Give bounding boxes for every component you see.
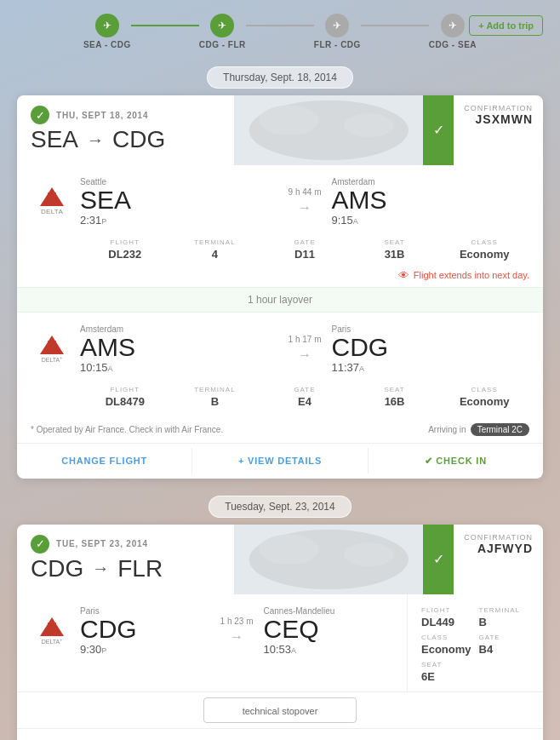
step-label-4: CDG - SEA [429,40,477,49]
card1-confirmation: CONFIRMATION JSXMWN [454,95,543,165]
svg-point-2 [343,113,393,137]
card1-f1-details: FLIGHT DL232 TERMINAL 4 GATE D11 SEAT 31… [66,238,543,269]
terminal-badge: Terminal 2C [471,423,529,436]
card2-route-to: FLR [117,555,163,582]
card2-airline1-name: DELTA+ [42,637,62,645]
card1-f2-arrival: Paris CDG 11:37A [331,324,529,374]
check-in-button[interactable]: ✔ CHECK IN [369,444,543,479]
card1-f1-departure: Seattle SEA 2:31P [73,177,278,227]
card2-checkmark: ✓ [433,551,444,567]
svg-point-1 [259,106,318,135]
card1-flight2-row: DELTA+ Amsterdam AMS 10:15A 1 h 17 m → P… [17,313,543,386]
nav-step-sea-cdg[interactable]: ✈ SEA - CDG [83,14,131,49]
nav-line-3 [361,25,429,26]
step-label-1: SEA - CDG [83,40,131,49]
card1-f1-arr-code: AMS [331,187,529,213]
date-pill-1: Thursday, Sept. 18, 2014 [0,66,560,89]
card2-check-icon: ✓ [31,535,49,554]
card2-date-label: TUE, SEPT 23, 2014 [56,539,148,548]
step-label-3: FLR - CDG [314,40,361,49]
card2-conf-code: AJFWYD [464,542,533,555]
card2-f1-arr-code: CEQ [263,617,393,642]
card1-f2-arr-code: CDG [331,335,529,360]
card2-f1-section: DELTA+ Paris CDG 9:30P 1 h 23 m → Cannes… [17,594,543,691]
nav-step-flr-cdg[interactable]: ✈ FLR - CDG [314,14,361,49]
card1-f1-dep-code: SEA [80,187,278,213]
date-pill-2: Tuesday, Sept. 23, 2014 [0,496,560,518]
step-label-2: CDG - FLR [199,40,246,49]
card1-header-main: ✓ THU, SEPT 18, 2014 SEA → CDG [17,95,234,165]
card1-note-row: * Operated by Air France. Check in with … [17,416,543,443]
card2-confirmation: CONFIRMATION AJFWYD [454,525,543,594]
svg-point-5 [343,542,393,566]
step-icon-2: ✈ [210,14,234,37]
top-navigation: ✈ SEA - CDG ✈ CDG - FLR ✈ FLR - CDG ✈ CD… [0,0,560,56]
nav-step-cdg-flr[interactable]: ✈ CDG - FLR [199,14,246,49]
card1-warning: 👁 Flight extends into next day. [17,269,543,287]
card2-route-arrow: → [92,559,109,578]
card1-airline2-logo: DELTA+ [31,336,73,363]
card2-flight2-row: DELTA+ Cannes-Mandelieu CEQ 11:00A 2 h 5… [17,729,543,740]
card1-f1-dep-time: 2:31P [80,214,278,227]
card1-flight1-row: DELTA Seattle SEA 2:31P 9 h 44 m → Amste… [17,165,543,238]
card2-f1-dep-time: 9:30P [80,643,210,656]
card1-f2-arr-time: 11:37A [331,361,529,374]
card2-conf-label: CONFIRMATION [464,533,533,542]
card2-f1-duration: 1 h 23 m → [210,617,264,645]
nav-line-2 [246,25,314,26]
technical-stopover-label: technical stopover [203,697,357,723]
card1-f2-departure: Amsterdam AMS 10:15A [73,324,278,374]
step-icon-3: ✈ [325,14,349,37]
card1-f1-duration: 9 h 44 m → [278,187,332,215]
card2-header-wrap: ✓ TUE, SEPT 23, 2014 CDG → FLR ✓ CONFIRM… [17,525,543,594]
card1-checkmark: ✓ [433,122,444,138]
flight-steps: ✈ SEA - CDG ✈ CDG - FLR ✈ FLR - CDG ✈ CD… [83,14,477,49]
card1-f1-seat-col: SEAT 31B [350,238,440,261]
eye-icon: 👁 [398,269,409,282]
card1-route: SEA → CDG [31,126,220,153]
step-icon-4: ✈ [441,14,465,37]
change-flight-button[interactable]: CHANGE FLIGHT [17,444,191,478]
card2-status-bar: ✓ [423,525,454,594]
card1-note-text: * Operated by Air France. Check in with … [31,425,223,434]
card2-f1-details: FLIGHT DL449 TERMINAL B CLASS Economy GA… [407,594,543,691]
card1-f2-arrow: → [298,347,311,363]
card1-conf-label: CONFIRMATION [464,104,533,112]
card1-f1-class-col: CLASS Economy [439,238,529,261]
card1-f2-dep-time: 10:15A [80,361,278,374]
card1-f1-flight-col: FLIGHT DL232 [80,238,170,261]
card1-route-arrow: → [87,130,104,150]
card2-map [234,525,424,594]
card1-f1-arr-time: 9:15A [331,214,529,227]
card1-f2-dep-code: AMS [80,335,278,360]
card1-route-from: SEA [31,126,78,153]
card2-f1-arrow: → [230,629,243,645]
stopover-text: technical stopover [243,706,318,716]
flight-card-2: ✓ TUE, SEPT 23, 2014 CDG → FLR ✓ CONFIRM… [17,525,543,740]
card2-f1-departure: Paris CDG 9:30P [73,606,210,656]
card2-header-main: ✓ TUE, SEPT 23, 2014 CDG → FLR [17,525,234,594]
card1-airline1-logo: DELTA [31,187,73,215]
card1-route-to: CDG [112,126,165,153]
step-icon-1: ✈ [95,14,119,37]
add-to-trip-button[interactable]: + Add to trip [469,15,543,36]
card2-f1-arr-time: 10:53A [263,643,393,656]
card1-conf-code: JSXMWN [464,112,533,126]
card1-f2-duration: 1 h 17 m → [278,335,332,363]
card2-route: CDG → FLR [31,555,220,582]
view-details-button[interactable]: + VIEW DETAILS [192,444,367,478]
card1-f2-details: FLIGHT DL8479 TERMINAL B GATE E4 SEAT 16… [66,386,543,416]
card1-header-wrap: ✓ THU, SEPT 18, 2014 SEA → CDG ✓ CONFIRM… [17,95,543,165]
card1-layover: 1 hour layover [17,287,543,313]
card1-map [234,95,424,165]
nav-line-1 [131,25,199,26]
svg-point-4 [259,535,318,565]
card1-status-bar: ✓ [423,95,454,165]
card1-footer: CHANGE FLIGHT + VIEW DETAILS ✔ CHECK IN [17,443,543,479]
card2-flight1-row: DELTA+ Paris CDG 9:30P 1 h 23 m → Cannes… [17,594,407,668]
card1-airline2-name: DELTA+ [42,355,62,363]
card1-f1-arrival: Amsterdam AMS 9:15A [331,177,529,227]
card1-f1-gate-col: GATE D11 [260,238,350,261]
card1-airline1-name: DELTA [41,208,63,215]
technical-stopover-bar: technical stopover [17,691,543,729]
